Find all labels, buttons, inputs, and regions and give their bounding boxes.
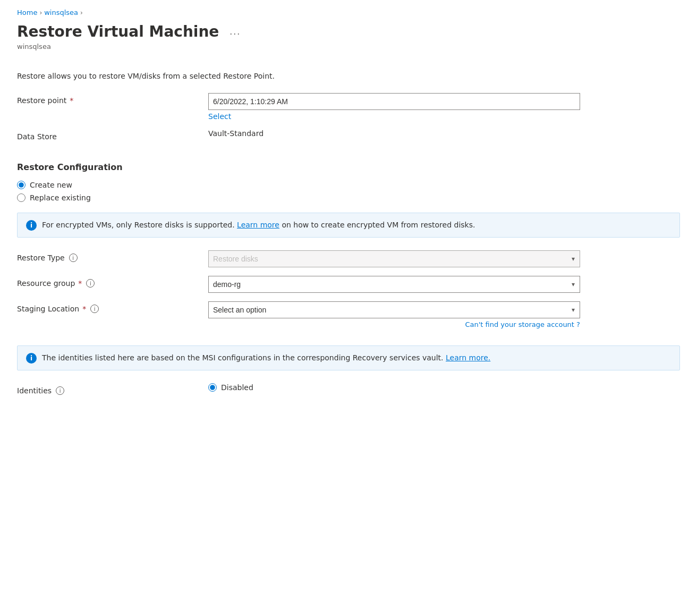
staging-location-select[interactable]: Select an option [208,301,580,318]
restore-point-row: Restore point * Select [17,93,680,121]
staging-location-required: * [82,305,86,313]
identities-label: Identities i [17,383,208,395]
resource-group-control: demo-rg ▾ [208,276,680,293]
page-header: Restore Virtual Machine ... [17,23,680,40]
staging-location-row: Staging Location * i Select an option ▾ … [17,301,680,328]
radio-replace-existing-input[interactable] [17,193,26,202]
staging-location-info-icon[interactable]: i [90,305,99,313]
info-banner-icon-2: i [26,353,37,364]
restore-type-select-wrapper: Restore disks ▾ [208,250,580,267]
identities-info-icon[interactable]: i [56,386,64,395]
ellipsis-button[interactable]: ... [225,24,245,39]
page-container: Home › winsqlsea › Restore Virtual Machi… [0,0,697,616]
breadcrumb-resource[interactable]: winsqlsea [44,9,78,16]
resource-group-required: * [78,279,82,288]
restore-config-title: Restore Configuration [17,162,680,172]
info-banner-icon-1: i [26,220,37,231]
restore-point-control: Select [208,93,680,121]
data-store-label: Data Store [17,129,208,141]
data-store-value: Vault-Standard [208,129,680,138]
page-title: Restore Virtual Machine [17,23,219,40]
resource-group-info-icon[interactable]: i [86,279,95,288]
restore-type-label: Restore Type i [17,250,208,262]
identities-disabled-radio[interactable]: Disabled [208,383,680,392]
resource-group-label: Resource group * i [17,276,208,288]
info-banner-link-2[interactable]: Learn more. [446,353,490,362]
resource-group-row: Resource group * i demo-rg ▾ [17,276,680,293]
identities-control: Disabled [208,383,680,392]
restore-point-input[interactable] [208,93,580,110]
restore-point-required: * [70,96,73,105]
info-banner-identities: i The identities listed here are based o… [17,345,680,370]
restore-config-radio-group: Create new Replace existing [17,181,680,202]
breadcrumb-sep-1: › [39,9,42,16]
resource-group-select-wrapper: demo-rg ▾ [208,276,580,293]
breadcrumb-sep-2: › [80,9,83,16]
restore-type-select: Restore disks [208,250,580,267]
info-banner-text-2: The identities listed here are based on … [42,352,490,364]
page-description: Restore allows you to restore VM/disks f… [17,72,680,80]
info-banner-link-1[interactable]: Learn more [237,221,279,229]
data-store-static: Vault-Standard [208,126,264,138]
restore-type-row: Restore Type i Restore disks ▾ [17,250,680,267]
identities-row: Identities i Disabled [17,383,680,395]
restore-type-control: Restore disks ▾ [208,250,680,267]
radio-create-new-input[interactable] [17,181,26,189]
data-store-row: Data Store Vault-Standard [17,129,680,141]
breadcrumb: Home › winsqlsea › [17,9,680,16]
identities-disabled-label: Disabled [221,383,253,392]
identities-disabled-input[interactable] [208,383,217,392]
restore-point-select-link[interactable]: Select [208,112,680,121]
radio-replace-existing-label: Replace existing [30,193,91,202]
radio-create-new-label: Create new [30,181,72,189]
staging-location-label: Staging Location * i [17,301,208,313]
resource-group-select[interactable]: demo-rg [208,276,580,293]
restore-type-info-icon[interactable]: i [69,254,78,262]
staging-location-control: Select an option ▾ Can't find your stora… [208,301,680,328]
radio-create-new[interactable]: Create new [17,181,680,189]
radio-replace-existing[interactable]: Replace existing [17,193,680,202]
restore-point-label: Restore point * [17,93,208,105]
info-banner-text-1: For encrypted VMs, only Restore disks is… [42,220,475,231]
staging-location-select-wrapper: Select an option ▾ [208,301,580,318]
page-subtitle: winsqlsea [17,43,680,50]
breadcrumb-home[interactable]: Home [17,9,37,16]
cant-find-storage-link[interactable]: Can't find your storage account ? [208,320,580,328]
info-banner-encrypted: i For encrypted VMs, only Restore disks … [17,213,680,238]
